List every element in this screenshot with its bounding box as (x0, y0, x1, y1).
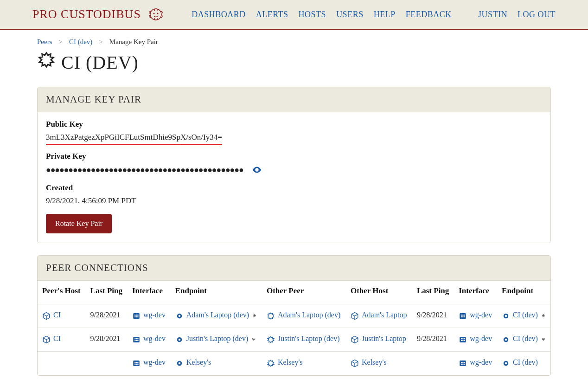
cell-text: CI (dev) (513, 358, 538, 367)
topbar: PRO CUSTODIBUS DASHBOARD ALERTS HOSTS US… (0, 0, 588, 30)
peers-host-link[interactable]: CI (42, 335, 61, 343)
other-host-link[interactable]: Justin's Laptop (351, 335, 406, 343)
endpoint-link[interactable]: Adam's Laptop (dev) (175, 311, 249, 319)
cell-text: wg-dev (143, 358, 166, 367)
nav-help[interactable]: HELP (374, 10, 396, 19)
col-last-ping-2: Last Ping (412, 281, 454, 304)
endpoint-icon (175, 312, 184, 320)
nav-hosts[interactable]: HOSTS (299, 10, 326, 19)
private-key-label: Private Key (46, 152, 542, 161)
cell-text: CI (dev) (513, 311, 538, 319)
other-host-link[interactable]: Kelsey's (351, 358, 387, 367)
breadcrumb-cidev[interactable]: CI (dev) (69, 38, 92, 46)
interface-link[interactable]: wg-dev (132, 335, 166, 343)
endpoint-link[interactable]: Kelsey's (175, 358, 211, 367)
col-interface-2: Interface (454, 281, 497, 304)
cell-text: wg-dev (143, 311, 166, 319)
breadcrumb-peers[interactable]: Peers (37, 38, 52, 46)
user-nav: JUSTIN LOG OUT (478, 10, 556, 19)
public-key-highlight: 3mL3XzPatgezXpPGiICFLutSmtDhie9SpX/sOn/I… (46, 133, 222, 145)
peers-host-link[interactable]: CI (42, 311, 61, 319)
star-marker: * (251, 313, 256, 321)
interface-link[interactable]: wg-dev (459, 335, 492, 343)
page-title: CI (DEV) (37, 51, 551, 74)
cell-text: Justin's Laptop (dev) (278, 335, 340, 343)
interface-link[interactable]: wg-dev (132, 311, 166, 319)
col-interface-1: Interface (128, 281, 171, 304)
nav-logout[interactable]: LOG OUT (518, 10, 556, 19)
other-host-link[interactable]: Adam's Laptop (351, 311, 407, 319)
cell-text: CI (dev) (513, 335, 538, 343)
col-peers-host: Peer's Host (38, 281, 86, 304)
burst-icon (267, 359, 275, 367)
interface-link[interactable]: wg-dev (132, 358, 166, 367)
last-ping-2: 9/28/2021 (417, 335, 447, 342)
cell-text: wg-dev (470, 358, 492, 367)
cell-text: Adam's Laptop (362, 311, 407, 319)
star-marker: * (250, 336, 256, 344)
cell-text: wg-dev (143, 335, 166, 343)
nav-feedback[interactable]: FEEDBACK (406, 10, 452, 19)
star-marker: * (540, 313, 545, 321)
peer-connections-table: Peer's Host Last Ping Interface Endpoint… (38, 281, 550, 375)
reveal-private-key-icon[interactable] (252, 165, 262, 175)
manage-key-pair-panel: MANAGE KEY PAIR Public Key 3mL3XzPatgezX… (37, 87, 551, 243)
other-peer-link[interactable]: Justin's Laptop (dev) (267, 335, 340, 343)
cell-text: CI (53, 311, 61, 319)
interface-icon (459, 312, 467, 320)
interface-icon (132, 312, 141, 320)
endpoint-icon (502, 312, 510, 320)
private-key-masked: ●●●●●●●●●●●●●●●●●●●●●●●●●●●●●●●●●●●●●●●●… (46, 165, 243, 175)
other-peer-link[interactable]: Kelsey's (267, 358, 303, 367)
col-endpoint-2: Endpoint (497, 281, 550, 304)
breadcrumb: Peers > CI (dev) > Manage Key Pair (37, 38, 551, 46)
cube-icon (351, 312, 359, 320)
endpoint-link[interactable]: CI (dev) (502, 358, 538, 367)
endpoint-icon (175, 359, 184, 367)
star-marker: * (540, 336, 545, 344)
endpoint-icon (175, 335, 184, 344)
nav-user[interactable]: JUSTIN (478, 10, 507, 19)
table-row: CI9/28/2021wg-devJustin's Laptop (dev) *… (38, 328, 550, 352)
cell-text: Kelsey's (362, 358, 387, 367)
nav-alerts[interactable]: ALERTS (256, 10, 288, 19)
nav-users[interactable]: USERS (336, 10, 364, 19)
public-key-value: 3mL3XzPatgezXpPGiICFLutSmtDhie9SpX/sOn/I… (46, 133, 222, 142)
last-ping-2: 9/28/2021 (417, 311, 447, 319)
endpoint-icon (502, 359, 510, 367)
last-ping-1: 9/28/2021 (90, 335, 121, 342)
endpoint-link[interactable]: CI (dev) (502, 335, 538, 343)
endpoint-link[interactable]: Justin's Laptop (dev) (175, 335, 249, 343)
interface-link[interactable]: wg-dev (459, 358, 492, 367)
created-label: Created (46, 183, 542, 193)
table-row: CI9/28/2021wg-devAdam's Laptop (dev) *Ad… (38, 304, 550, 328)
col-other-host: Other Host (346, 281, 412, 304)
burst-icon (37, 51, 56, 74)
interface-icon (132, 335, 141, 344)
breadcrumb-sep: > (99, 38, 102, 46)
interface-link[interactable]: wg-dev (459, 311, 492, 319)
other-peer-link[interactable]: Adam's Laptop (dev) (267, 311, 340, 319)
panel-title: MANAGE KEY PAIR (46, 94, 542, 105)
brand[interactable]: PRO CUSTODIBUS (32, 5, 165, 24)
brand-text: PRO CUSTODIBUS (32, 7, 141, 21)
cube-icon (351, 335, 359, 344)
panel-title: PEER CONNECTIONS (46, 262, 542, 274)
cell-text: Justin's Laptop (dev) (186, 335, 249, 343)
cell-text: Kelsey's (186, 358, 211, 367)
cube-icon (351, 359, 359, 367)
breadcrumb-sep: > (59, 38, 63, 46)
rotate-key-pair-button[interactable]: Rotate Key Pair (46, 214, 112, 233)
table-row: wg-devKelsey'sKelsey'sKelsey'swg-devCI (… (38, 352, 550, 375)
created-value: 9/28/2021, 4:56:09 PM PDT (46, 196, 542, 206)
panel-header: MANAGE KEY PAIR (38, 87, 550, 112)
interface-icon (132, 359, 141, 367)
col-endpoint-1: Endpoint (171, 281, 262, 304)
cube-icon (42, 312, 51, 320)
interface-icon (459, 335, 467, 344)
col-other-peer: Other Peer (262, 281, 346, 304)
peer-connections-panel: PEER CONNECTIONS Peer's Host Last Ping I… (37, 255, 551, 376)
endpoint-link[interactable]: CI (dev) (502, 311, 538, 319)
interface-icon (459, 359, 467, 367)
nav-dashboard[interactable]: DASHBOARD (192, 10, 246, 19)
